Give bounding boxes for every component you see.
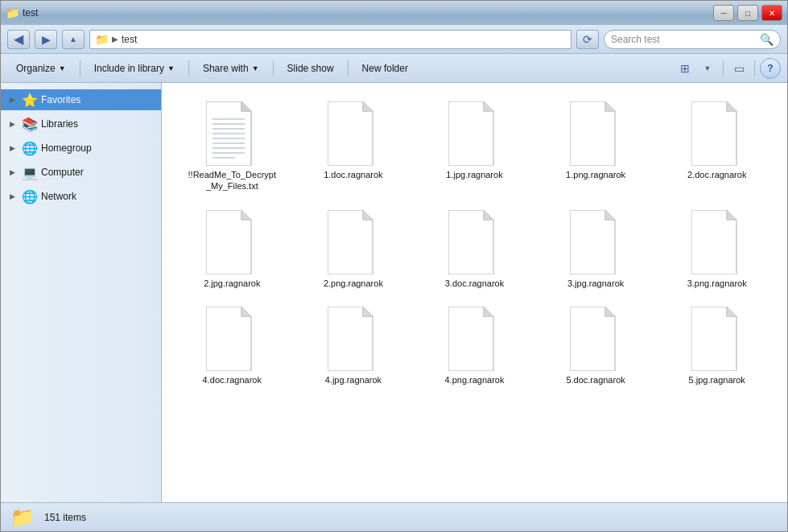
- svg-marker-18: [727, 101, 736, 111]
- svg-marker-1: [241, 101, 251, 111]
- file-grid: !!ReadMe_To_Decrypt_My_Files.txt 1.doc.r…: [162, 83, 787, 404]
- search-input[interactable]: [611, 34, 757, 45]
- file-icon: [570, 210, 621, 274]
- sidebar-item-homegroup[interactable]: ▶ 🌐 Homegroup: [1, 138, 161, 159]
- file-icon: [691, 101, 743, 166]
- file-name: 3.jpg.ragnarok: [567, 278, 624, 289]
- title-bar-title: test: [23, 7, 710, 19]
- homegroup-label: Homegroup: [41, 142, 92, 154]
- svg-marker-16: [605, 101, 615, 111]
- close-button[interactable]: ✕: [761, 5, 782, 21]
- search-icon[interactable]: 🔍: [760, 33, 774, 46]
- favorites-icon: ⭐: [22, 93, 36, 108]
- svg-marker-30: [241, 307, 251, 316]
- title-bar-icon: 📁: [6, 6, 19, 19]
- refresh-button[interactable]: ⟳: [576, 30, 599, 49]
- file-icon: [206, 210, 258, 274]
- file-icon: [328, 101, 379, 166]
- file-name: 1.png.ragnarok: [566, 169, 625, 180]
- file-name: 4.jpg.ragnarok: [325, 374, 382, 386]
- view-dropdown-button[interactable]: ▼: [697, 58, 718, 79]
- svg-marker-38: [727, 307, 736, 316]
- file-name: 3.doc.ragnarok: [445, 278, 504, 289]
- path-folder-icon: 📁: [95, 33, 109, 46]
- file-item[interactable]: 1.png.ragnarok: [538, 96, 654, 198]
- file-item[interactable]: 5.jpg.ragnarok: [659, 301, 774, 391]
- help-button[interactable]: ?: [760, 58, 781, 79]
- sidebar-section-computer: ▶ 💻 Computer: [1, 162, 161, 183]
- path-text: test: [122, 34, 137, 45]
- slideshow-button[interactable]: Slide show: [278, 58, 343, 79]
- sidebar: ▶ ⭐ Favorites ▶ 📚 Libraries ▶ 🌐 Homegrou…: [1, 83, 162, 502]
- include-in-library-button[interactable]: Include in library ▼: [85, 58, 184, 79]
- svg-marker-12: [363, 101, 373, 111]
- view-toggle-button[interactable]: ⊞: [675, 58, 695, 79]
- forward-button[interactable]: ▶: [35, 30, 57, 49]
- file-name: 1.jpg.ragnarok: [446, 169, 502, 180]
- svg-marker-32: [363, 307, 373, 316]
- network-expand-icon: ▶: [7, 192, 17, 201]
- computer-label: Computer: [41, 167, 84, 178]
- file-icon: [448, 307, 500, 371]
- file-item[interactable]: 4.png.ragnarok: [417, 301, 532, 391]
- file-item[interactable]: !!ReadMe_To_Decrypt_My_Files.txt: [175, 96, 290, 198]
- title-bar: 📁 test ─ □ ✕: [1, 1, 787, 25]
- homegroup-expand-icon: ▶: [7, 143, 17, 153]
- maximize-button[interactable]: □: [737, 5, 758, 21]
- file-item[interactable]: 1.doc.ragnarok: [296, 96, 411, 198]
- sidebar-item-computer[interactable]: ▶ 💻 Computer: [1, 162, 161, 183]
- file-icon: [328, 210, 379, 274]
- path-arrow: ▶: [112, 35, 118, 43]
- computer-icon: 💻: [22, 165, 36, 180]
- homegroup-icon: 🌐: [22, 141, 36, 156]
- share-with-button[interactable]: Share with ▼: [194, 58, 268, 79]
- file-item[interactable]: 2.doc.ragnarok: [659, 96, 774, 198]
- file-name: 2.doc.ragnarok: [687, 169, 746, 180]
- file-item[interactable]: 3.png.ragnarok: [659, 204, 774, 295]
- preview-pane-button[interactable]: ▭: [728, 58, 749, 79]
- file-item[interactable]: 3.doc.ragnarok: [417, 204, 532, 295]
- svg-marker-34: [484, 307, 493, 316]
- window: 📁 test ─ □ ✕ ◀ ▶ ▲ 📁 ▶ test ⟳ 🔍 Organize…: [0, 0, 788, 532]
- sidebar-item-network[interactable]: ▶ 🌐 Network: [1, 186, 161, 207]
- sidebar-item-favorites[interactable]: ▶ ⭐ Favorites: [1, 89, 161, 110]
- file-name: !!ReadMe_To_Decrypt_My_Files.txt: [188, 169, 276, 192]
- file-name: 1.doc.ragnarok: [324, 169, 382, 180]
- file-icon: [448, 210, 500, 274]
- toolbar-separator-3: [273, 60, 274, 76]
- file-item[interactable]: 1.jpg.ragnarok: [417, 96, 532, 198]
- sidebar-item-libraries[interactable]: ▶ 📚 Libraries: [1, 113, 161, 134]
- favorites-label: Favorites: [41, 94, 80, 105]
- toolbar: Organize ▼ Include in library ▼ Share wi…: [1, 54, 787, 83]
- back-button[interactable]: ◀: [7, 30, 30, 49]
- file-item[interactable]: 5.doc.ragnarok: [538, 301, 654, 391]
- svg-marker-36: [605, 307, 615, 316]
- new-folder-button[interactable]: New folder: [353, 58, 417, 79]
- file-name: 2.png.ragnarok: [324, 278, 383, 289]
- file-item[interactable]: 3.jpg.ragnarok: [538, 204, 654, 295]
- file-area: !!ReadMe_To_Decrypt_My_Files.txt 1.doc.r…: [162, 83, 787, 502]
- file-item[interactable]: 2.jpg.ragnarok: [175, 204, 290, 295]
- file-name: 2.jpg.ragnarok: [204, 278, 260, 289]
- minimize-button[interactable]: ─: [713, 5, 734, 21]
- organize-button[interactable]: Organize ▼: [7, 58, 75, 79]
- file-name: 3.png.ragnarok: [687, 278, 747, 289]
- file-item[interactable]: 2.png.ragnarok: [296, 204, 411, 295]
- libraries-icon: 📚: [22, 117, 36, 132]
- up-button[interactable]: ▲: [62, 30, 85, 49]
- svg-marker-24: [484, 210, 493, 220]
- address-path[interactable]: 📁 ▶ test: [89, 30, 571, 49]
- network-icon: 🌐: [22, 189, 36, 204]
- svg-marker-22: [363, 210, 373, 220]
- file-name: 4.doc.ragnarok: [203, 374, 262, 386]
- file-icon: [206, 307, 258, 371]
- sidebar-section-favorites: ▶ ⭐ Favorites: [1, 89, 161, 110]
- file-icon: [206, 101, 258, 166]
- sidebar-section-homegroup: ▶ 🌐 Homegroup: [1, 138, 161, 159]
- file-item[interactable]: 4.doc.ragnarok: [175, 301, 290, 391]
- svg-marker-20: [241, 210, 251, 220]
- svg-marker-26: [605, 210, 615, 220]
- toolbar-separator-2: [188, 60, 189, 76]
- search-box[interactable]: 🔍: [604, 30, 781, 49]
- file-item[interactable]: 4.jpg.ragnarok: [296, 301, 411, 391]
